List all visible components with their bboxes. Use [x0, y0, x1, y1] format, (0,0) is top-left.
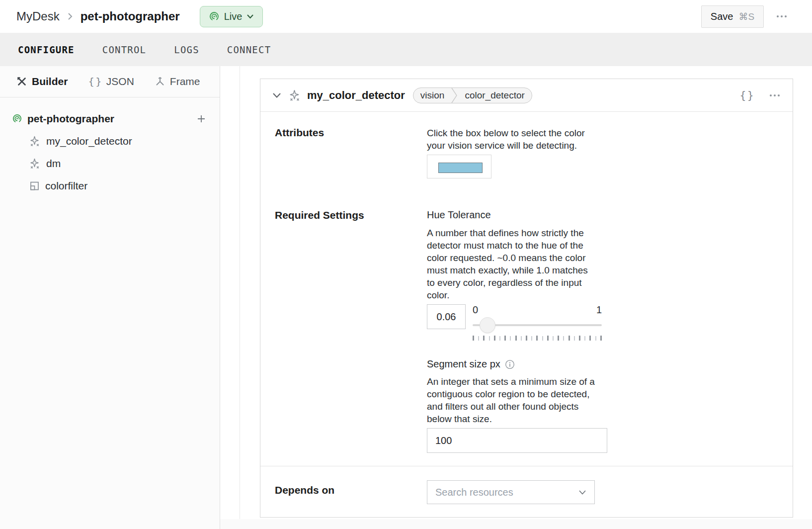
required-settings-heading: Required Settings	[275, 209, 427, 453]
resource-type-badge: vision color_detector	[413, 88, 532, 103]
depends-on-placeholder: Search resources	[435, 487, 578, 498]
view-tab-json[interactable]: { } JSON	[88, 76, 134, 88]
view-tab-frame[interactable]: Frame	[155, 76, 200, 88]
chevron-down-icon	[246, 14, 254, 19]
live-icon	[209, 11, 220, 22]
content-area: Builder { } JSON Frame	[0, 66, 812, 529]
tab-connect[interactable]: CONNECT	[227, 44, 271, 55]
app-window: MyDesk pet-photographer Live Save	[0, 0, 812, 529]
tab-logs[interactable]: LOGS	[174, 44, 199, 55]
resource-title: my_color_detector	[307, 89, 405, 102]
tab-configure[interactable]: CONFIGURE	[18, 44, 75, 55]
hue-tolerance-input[interactable]	[427, 304, 466, 329]
hue-tolerance-description: A number that defines how strictly the d…	[427, 227, 618, 301]
depends-on-select[interactable]: Search resources	[427, 480, 595, 504]
tree-item-dm[interactable]: dm	[0, 152, 220, 175]
hue-tolerance-label: Hue Tolerance	[427, 209, 793, 221]
chevron-right-icon	[66, 11, 74, 21]
primary-tabs: CONFIGURE CONTROL LOGS CONNECT	[0, 33, 812, 66]
card-header-actions: { }	[739, 89, 781, 101]
view-tab-label: JSON	[106, 76, 134, 88]
slider-max-label: 1	[596, 304, 602, 317]
edit-json-icon[interactable]: { }	[739, 89, 754, 101]
view-tab-label: Frame	[170, 76, 200, 88]
tree-item-label: colorfilter	[45, 180, 87, 192]
braces-icon: { }	[88, 76, 101, 88]
breadcrumb: MyDesk pet-photographer	[16, 9, 180, 23]
required-settings-section: Required Settings Hue Tolerance A number…	[260, 178, 793, 453]
depends-on-heading: Depends on	[275, 484, 427, 504]
tab-control[interactable]: CONTROL	[102, 44, 146, 55]
save-shortcut: ⌘S	[738, 11, 754, 22]
hue-tolerance-slider: 0 1	[473, 304, 602, 341]
sparkle-icon	[288, 89, 301, 102]
topbar-actions: Save ⌘S	[701, 0, 788, 33]
attributes-section: Attributes Click the box below to select…	[260, 112, 793, 178]
component-icon	[29, 180, 40, 191]
hue-tolerance-control: 0 1	[427, 304, 793, 341]
main-scroll-area: my_color_detector vision color_detector …	[220, 66, 812, 529]
slider-min-label: 0	[473, 304, 478, 317]
badge-model: color_detector	[458, 90, 531, 101]
sparkle-icon	[29, 135, 41, 147]
tree-item-my-color-detector[interactable]: my_color_detector	[0, 130, 220, 152]
slider-handle[interactable]	[480, 317, 495, 333]
save-button[interactable]: Save ⌘S	[701, 5, 764, 28]
resource-tree: pet-photographer my_color_detector	[0, 97, 220, 197]
badge-type: vision	[413, 90, 452, 101]
card-more-options-icon[interactable]	[769, 91, 781, 99]
color-picker-box[interactable]	[427, 155, 491, 178]
slider-range-labels: 0 1	[473, 304, 602, 317]
sparkle-icon	[29, 158, 41, 170]
resource-card-my-color-detector: my_color_detector vision color_detector …	[260, 79, 793, 518]
save-label: Save	[711, 11, 733, 22]
segment-size-input[interactable]	[427, 428, 607, 453]
segment-size-label: Segment size px	[427, 358, 500, 370]
card-header: my_color_detector vision color_detector …	[260, 79, 793, 112]
attributes-heading: Attributes	[275, 127, 427, 178]
tree-item-colorfilter[interactable]: colorfilter	[0, 175, 220, 197]
view-tab-builder[interactable]: Builder	[16, 76, 68, 88]
attributes-description: Click the box below to select the color …	[427, 127, 618, 152]
top-bar: MyDesk pet-photographer Live Save	[0, 0, 812, 33]
more-options-icon[interactable]	[776, 12, 788, 20]
segment-size-description: An integer that sets a minimum size of a…	[427, 375, 618, 425]
breadcrumb-root-link[interactable]: MyDesk	[16, 9, 60, 23]
frame-icon	[155, 76, 165, 87]
collapse-chevron-icon[interactable]	[272, 92, 281, 98]
machine-icon	[12, 113, 22, 124]
tree-root-machine[interactable]: pet-photographer	[0, 107, 220, 130]
badge-divider	[451, 88, 458, 103]
tree-item-label: dm	[46, 158, 61, 170]
live-label: Live	[224, 11, 243, 22]
view-tab-label: Builder	[32, 76, 68, 88]
tools-icon	[16, 76, 27, 87]
tree-item-label: my_color_detector	[46, 135, 132, 147]
info-icon[interactable]	[505, 359, 515, 369]
chevron-down-icon	[578, 490, 586, 495]
slider-track-zone	[473, 317, 602, 334]
machine-name: pet-photographer	[81, 9, 180, 23]
add-resource-icon[interactable]	[197, 114, 206, 123]
slider-ticks	[473, 336, 602, 341]
sidebar: Builder { } JSON Frame	[0, 66, 220, 529]
selected-color-swatch	[438, 163, 483, 173]
config-view-switcher: Builder { } JSON Frame	[0, 66, 220, 97]
depends-on-section: Depends on Search resources	[260, 466, 793, 517]
tree-root-name: pet-photographer	[27, 113, 114, 125]
live-status-dropdown[interactable]: Live	[200, 6, 263, 27]
